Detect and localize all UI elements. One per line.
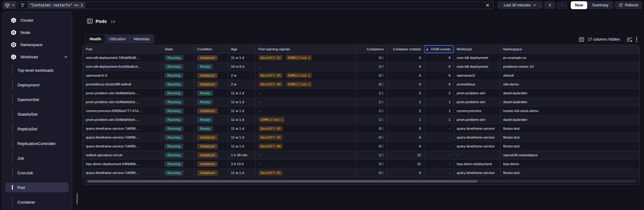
now-button[interactable]: Now <box>571 1 587 9</box>
vertical-scrollbar-thumb[interactable] <box>77 193 78 205</box>
column-header-state[interactable]: State <box>162 45 194 53</box>
namespace-value: openshift-marketplace <box>503 153 538 157</box>
age-value: 16 w 6 d <box>231 65 244 68</box>
workload-value: prometheus <box>457 82 475 86</box>
next-timeframe-button[interactable] <box>557 1 568 9</box>
app-switcher-button[interactable] <box>2 1 16 9</box>
sidebar-item-daemonset[interactable]: DaemonSet <box>3 92 72 107</box>
refresh-button[interactable]: Refresh <box>615 1 642 9</box>
table-settings-icon[interactable] <box>627 37 632 42</box>
warning-badge: OOMKilled:2 <box>286 81 312 87</box>
tab-metadata[interactable]: Metadata <box>130 35 153 43</box>
chevron-right-icon <box>561 3 564 7</box>
sidebar-item-cluster[interactable]: Cluster <box>3 14 72 26</box>
sidebar-item-pod[interactable]: Pod <box>3 180 72 195</box>
containers-total: /2 <box>381 162 384 166</box>
table-row[interactable]: query-timeframe-service-7d4f96…RunningRe… <box>83 124 639 133</box>
collapse-sidebar-button[interactable] <box>87 18 93 24</box>
horizontal-scrollbar-thumb[interactable] <box>88 180 477 183</box>
table-row[interactable]: oom-kill-deployment-7d5dd95d8…RunningIni… <box>83 53 639 62</box>
table-row[interactable]: query-timeframe-service-7d4f96…RunningIn… <box>83 142 639 151</box>
condition-badge: Initialized <box>197 135 218 140</box>
cell-condition: Ready <box>194 62 228 71</box>
column-header-workload[interactable]: Workload <box>454 45 500 53</box>
containers-total: /1 <box>381 136 384 139</box>
cell-namespace: florian-test <box>500 124 639 133</box>
cell-namespace: david-laubreiter <box>500 89 639 97</box>
sidebar-item-top-level-workloads[interactable]: Top-level workloads <box>3 63 72 78</box>
cell-workload: query-timeframe-service <box>454 142 500 150</box>
tab-health[interactable]: Health <box>86 35 105 43</box>
time-range-selector[interactable]: Last 30 minutes <box>497 1 543 9</box>
chevron-down-icon <box>533 4 536 7</box>
table-row[interactable]: query-timeframe-service-7d4f96…RunningIn… <box>83 133 639 142</box>
column-header-oom[interactable]: OOM events <box>424 45 454 53</box>
sidebar-item-cronjob[interactable]: CronJob <box>3 165 72 180</box>
kebab-menu-icon[interactable] <box>636 37 637 42</box>
cell-condition: Initialized <box>194 142 228 150</box>
column-header-warnings[interactable]: Pod warning signals <box>255 45 356 53</box>
horizontal-scrollbar[interactable] <box>85 179 637 183</box>
cell-container-restarts: 1 <box>387 115 424 124</box>
column-header-condition[interactable]: Condition <box>194 45 228 53</box>
cell-state: Running <box>162 89 194 97</box>
pods-table: PodStateConditionAgePod warning signalsC… <box>82 45 639 185</box>
namespace-value: florian-test <box>503 127 520 130</box>
oom-value: 6 <box>449 74 451 77</box>
summary-button[interactable]: Summary <box>587 1 613 9</box>
cell-workload: oom-kill-deployment <box>454 62 500 71</box>
table-row[interactable]: prometheus-fdcdcbf8f-wdhv8RunningInitial… <box>83 80 639 89</box>
sidebar-item-replicationcontroller[interactable]: ReplicationController <box>3 136 72 151</box>
tab-utilization[interactable]: Utilization <box>105 35 130 43</box>
previous-timeframe-button[interactable] <box>544 1 555 9</box>
cell-pod: opensearch-0 <box>83 71 162 80</box>
cell-age: 11 w 1 d <box>228 89 255 97</box>
workload-value: query-timeframe-service <box>457 127 495 130</box>
table-row[interactable]: currencyservice-6969bbd777-57d…RunningIn… <box>83 107 639 115</box>
pod-name: query-timeframe-service-7d4f96… <box>86 144 139 148</box>
column-header-age[interactable]: Age <box>228 45 255 53</box>
cell-containers: 0/1 <box>356 168 387 177</box>
column-header-namespace[interactable]: Namespace <box>500 45 639 53</box>
warning-badge: BackOff:45 <box>258 126 283 131</box>
sidebar-item-container[interactable]: Container <box>3 195 72 209</box>
sidebar-item-namespace[interactable]: Namespace <box>3 38 72 51</box>
sidebar-item-label: Top-level workloads <box>17 68 54 73</box>
cell-oom-events: – <box>424 133 454 142</box>
table-row[interactable]: opensearch-0RunningInitialized2 wBackOff… <box>83 71 639 80</box>
restarts-value: 6 <box>419 74 421 77</box>
filter-chip[interactable]: "Container restarts" >= 1 <box>27 2 85 8</box>
cell-workload: query-timeframe-service <box>454 133 500 142</box>
table-row[interactable]: query-timeframe-service-7d4f96…RunningIn… <box>83 168 639 177</box>
sidebar-item-job[interactable]: Job <box>3 151 72 165</box>
state-badge: Running <box>165 170 183 176</box>
clear-filter-button[interactable] <box>484 2 491 9</box>
table-row[interactable]: prom-problem-sim-5d4bbb6dcb-…RunningRead… <box>83 115 639 124</box>
cell-oom-events: 1 <box>424 115 454 124</box>
sidebar-item-workload[interactable]: Workload <box>3 51 72 63</box>
table-row[interactable]: hpa-demo-deployment-54f9dfdb…RunningInit… <box>83 160 639 168</box>
cell-namespace: david-laubreiter <box>500 115 639 124</box>
cell-age: 16 w 6 d <box>228 62 255 71</box>
cell-age: 11 w 1 d <box>228 133 255 142</box>
oom-value: 1 <box>449 109 451 113</box>
sidebar-item-node[interactable]: Node <box>3 26 72 38</box>
age-value: 2 w <box>231 82 236 86</box>
column-header-containers[interactable]: Containers <box>356 45 387 53</box>
cell-condition: Initialized <box>194 168 228 177</box>
table-row[interactable]: prom-problem-sim-5d4bbb6dcb-…RunningRead… <box>83 89 639 98</box>
sidebar-item-label: Deployment <box>17 83 39 87</box>
sidebar-item-statefulset[interactable]: StatefulSet <box>3 107 72 121</box>
cell-state: Running <box>162 71 194 80</box>
table-row[interactable]: oom-kill-deployment-6cbd5bd9cd…RunningRe… <box>83 62 639 71</box>
sidebar-item-deployment[interactable]: Deployment <box>3 78 72 92</box>
column-header-restarts[interactable]: Container restarts <box>387 45 424 53</box>
table-row[interactable]: redhat-operators-mrcvkRunningInitialized… <box>83 151 639 160</box>
filter-bar[interactable]: "Container restarts" >= 1 <box>18 1 494 9</box>
warning-badge: BackOff:46 <box>258 143 283 149</box>
table-row[interactable]: prom-problem-sim-5d4bbb6dcb-…RunningRead… <box>83 98 639 107</box>
column-header-pod[interactable]: Pod <box>83 45 162 53</box>
sidebar-item-replicaset[interactable]: ReplicaSet <box>3 121 72 136</box>
cell-pod-warning-signals: – <box>255 98 356 106</box>
cell-container-restarts: 2 <box>387 89 424 97</box>
